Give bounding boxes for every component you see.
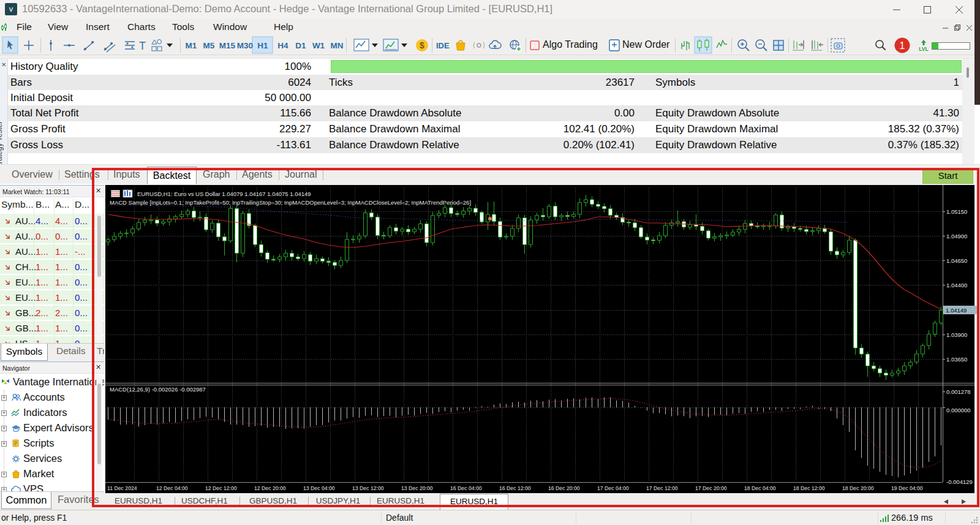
svg-text:M30: M30: [237, 41, 253, 50]
svg-text:W1: W1: [312, 41, 325, 50]
svg-text:MN: MN: [331, 41, 344, 50]
svg-text:LVL: LVL: [919, 46, 928, 52]
svg-text:M15: M15: [219, 41, 236, 50]
svg-text:H4: H4: [277, 41, 288, 50]
svg-text:1: 1: [900, 40, 905, 51]
svg-text:$: $: [420, 40, 424, 50]
svg-text:H1: H1: [257, 41, 268, 50]
svg-text:IDE: IDE: [436, 41, 450, 50]
svg-text:M5: M5: [203, 41, 215, 50]
svg-text:T: T: [139, 40, 146, 52]
svg-text:D1: D1: [295, 41, 306, 50]
svg-text:M1: M1: [186, 41, 197, 50]
